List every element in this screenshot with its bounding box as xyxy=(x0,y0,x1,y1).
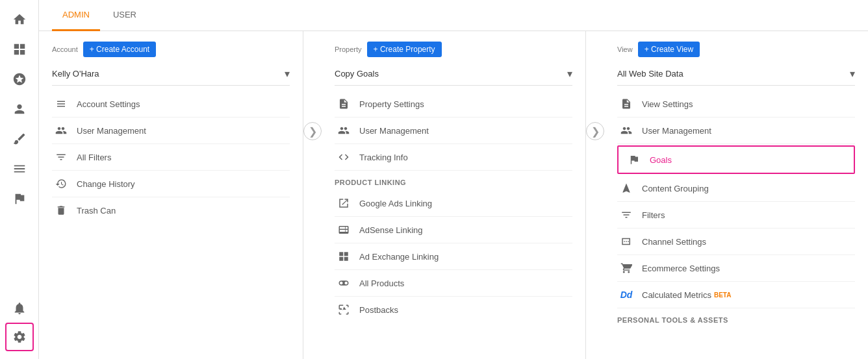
view-column: View + Create View All Web Site Data ▾ V… xyxy=(604,31,868,359)
view-user-management-icon xyxy=(617,124,635,137)
menu-item-goals-label: Goals xyxy=(650,155,672,165)
account-column: Account + Create Account Kelly O'Hara ▾ … xyxy=(39,31,303,359)
menu-item-all-filters-label: All Filters xyxy=(77,153,111,162)
menu-item-ecommerce-settings[interactable]: Ecommerce Settings xyxy=(617,255,855,282)
menu-item-change-history-label: Change History xyxy=(77,179,135,189)
divider-circle-1: ❯ xyxy=(303,122,322,140)
postbacks-icon xyxy=(335,303,353,316)
goals-icon xyxy=(625,153,643,166)
menu-item-channel-settings[interactable]: Channel Settings xyxy=(617,229,855,255)
menu-item-all-products-label: All Products xyxy=(359,279,404,288)
create-view-button[interactable]: + Create View xyxy=(638,42,700,57)
change-history-icon xyxy=(52,177,70,190)
menu-item-account-user-management-label: User Management xyxy=(77,126,146,136)
menu-item-google-ads-label: Google Ads Linking xyxy=(359,199,432,208)
menu-item-adsense-label: AdSense Linking xyxy=(359,225,423,235)
product-linking-label: PRODUCT LINKING xyxy=(335,171,572,190)
property-selector-value: Copy Goals xyxy=(335,69,567,79)
sidebar-item-admin[interactable] xyxy=(5,155,34,183)
menu-item-content-grouping[interactable]: Content Grouping xyxy=(617,175,855,202)
menu-item-calculated-metrics-label: Calculated Metrics xyxy=(642,290,711,300)
menu-item-tracking-info[interactable]: Tracking Info xyxy=(335,144,572,171)
view-header: View + Create View xyxy=(617,42,855,57)
create-account-button[interactable]: + Create Account xyxy=(83,42,156,57)
menu-item-content-grouping-label: Content Grouping xyxy=(642,184,709,193)
menu-item-account-settings-label: Account Settings xyxy=(77,99,140,109)
tracking-info-icon xyxy=(335,151,353,164)
menu-item-all-products[interactable]: All Products xyxy=(335,270,572,297)
divider-1: ❯ xyxy=(303,31,322,359)
menu-item-postbacks[interactable]: Postbacks xyxy=(335,297,572,323)
channel-settings-icon xyxy=(617,235,635,248)
menu-item-property-settings-label: Property Settings xyxy=(359,99,424,109)
account-user-management-icon xyxy=(52,124,70,137)
menu-item-calculated-metrics[interactable]: Dd Calculated Metrics BETA xyxy=(617,282,855,308)
account-chevron-icon: ▾ xyxy=(285,68,290,80)
account-selector[interactable]: Kelly O'Hara ▾ xyxy=(52,65,290,86)
menu-item-change-history[interactable]: Change History xyxy=(52,171,290,197)
menu-item-view-settings[interactable]: View Settings xyxy=(617,91,855,118)
adsense-icon xyxy=(335,223,353,236)
settings-button[interactable] xyxy=(5,323,34,351)
view-chevron-icon: ▾ xyxy=(850,68,855,80)
menu-item-goals[interactable]: Goals xyxy=(617,145,855,174)
account-header: Account + Create Account xyxy=(52,42,290,57)
beta-badge: BETA xyxy=(714,291,731,299)
trash-can-icon xyxy=(52,204,70,217)
ecommerce-settings-icon xyxy=(617,262,635,275)
view-selector[interactable]: All Web Site Data ▾ xyxy=(617,65,855,86)
menu-item-account-settings[interactable]: Account Settings xyxy=(52,91,290,118)
property-user-management-icon xyxy=(335,124,353,137)
google-ads-icon xyxy=(335,197,353,210)
view-selector-value: All Web Site Data xyxy=(617,69,850,79)
account-label: Account xyxy=(52,45,78,53)
menu-item-channel-settings-label: Channel Settings xyxy=(642,237,706,247)
calculated-metrics-icon: Dd xyxy=(617,288,635,301)
sidebar-item-notifications[interactable] xyxy=(5,294,34,323)
sidebar-item-home[interactable] xyxy=(5,5,34,34)
view-label: View xyxy=(617,45,633,53)
menu-item-view-user-management[interactable]: User Management xyxy=(617,118,855,144)
all-filters-icon xyxy=(52,151,70,164)
divider-2: ❯ xyxy=(586,31,604,359)
menu-item-account-user-management[interactable]: User Management xyxy=(52,118,290,144)
sidebar-item-dashboard[interactable] xyxy=(5,35,34,64)
menu-item-tracking-info-label: Tracking Info xyxy=(359,153,408,162)
ad-exchange-icon xyxy=(335,250,353,263)
menu-item-view-filters-label: Filters xyxy=(642,210,665,220)
main-content: ADMIN USER Account + Create Account Kell… xyxy=(39,0,868,359)
property-settings-icon xyxy=(335,97,353,110)
menu-item-view-user-management-label: User Management xyxy=(642,126,711,136)
property-selector[interactable]: Copy Goals ▾ xyxy=(335,65,572,86)
menu-item-property-settings[interactable]: Property Settings xyxy=(335,91,572,118)
menu-item-ecommerce-settings-label: Ecommerce Settings xyxy=(642,264,720,273)
menu-item-all-filters[interactable]: All Filters xyxy=(52,144,290,171)
sidebar-bottom xyxy=(0,294,38,359)
sidebar-item-customize[interactable] xyxy=(5,125,34,153)
sidebar xyxy=(0,0,39,359)
property-label: Property xyxy=(335,45,362,53)
sidebar-item-user[interactable] xyxy=(5,95,34,123)
divider-circle-2: ❯ xyxy=(586,122,604,140)
create-property-button[interactable]: + Create Property xyxy=(367,42,442,57)
menu-item-trash-can-label: Trash Can xyxy=(77,206,116,216)
menu-item-trash-can[interactable]: Trash Can xyxy=(52,197,290,223)
menu-item-ad-exchange-linking[interactable]: Ad Exchange Linking xyxy=(335,243,572,270)
tab-user[interactable]: USER xyxy=(103,0,147,31)
menu-item-postbacks-label: Postbacks xyxy=(359,305,398,315)
property-column: Property + Create Property Copy Goals ▾ … xyxy=(322,31,586,359)
property-header: Property + Create Property xyxy=(335,42,572,57)
sidebar-item-reports[interactable] xyxy=(5,65,34,93)
view-settings-icon xyxy=(617,97,635,110)
menu-item-google-ads-linking[interactable]: Google Ads Linking xyxy=(335,190,572,217)
menu-item-adsense-linking[interactable]: AdSense Linking xyxy=(335,217,572,243)
menu-item-view-filters[interactable]: Filters xyxy=(617,202,855,229)
panels-container: Account + Create Account Kelly O'Hara ▾ … xyxy=(39,31,868,359)
all-products-icon xyxy=(335,277,353,290)
personal-tools-label: PERSONAL TOOLS & ASSETS xyxy=(617,308,855,328)
menu-item-property-user-management-label: User Management xyxy=(359,126,429,136)
sidebar-item-flag[interactable] xyxy=(5,184,34,213)
menu-item-property-user-management[interactable]: User Management xyxy=(335,118,572,144)
menu-item-view-settings-label: View Settings xyxy=(642,99,693,109)
tab-admin[interactable]: ADMIN xyxy=(52,0,100,31)
